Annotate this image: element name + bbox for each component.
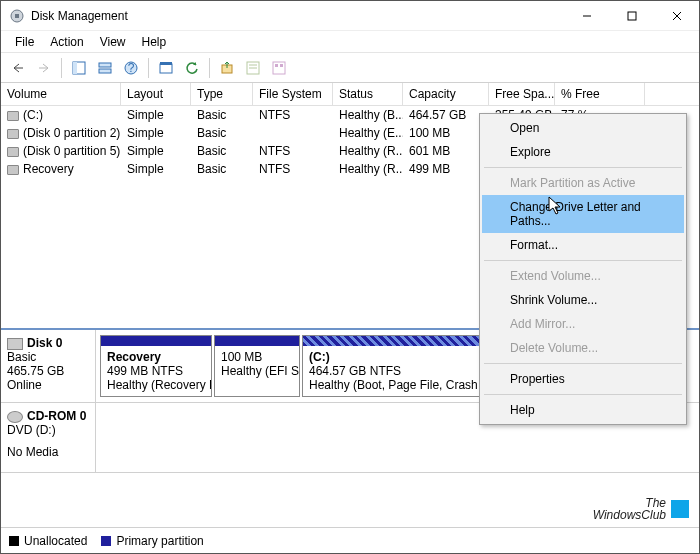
back-button[interactable]	[7, 57, 29, 79]
disk-type: Basic	[7, 350, 89, 364]
toolbar-icon[interactable]	[68, 57, 90, 79]
context-menu-item: Mark Partition as Active	[482, 171, 684, 195]
context-menu-item[interactable]: Explore	[482, 140, 684, 164]
svg-rect-8	[99, 63, 111, 67]
refresh-button[interactable]	[181, 57, 203, 79]
cdrom-state: No Media	[7, 445, 89, 459]
toolbar-icon[interactable]	[155, 57, 177, 79]
column-header[interactable]: Layout	[121, 83, 191, 105]
volume-icon	[7, 111, 19, 121]
column-header[interactable]: Status	[333, 83, 403, 105]
context-menu-item: Add Mirror...	[482, 312, 684, 336]
svg-rect-13	[160, 62, 172, 65]
volume-icon	[7, 147, 19, 157]
toolbar-icon[interactable]	[242, 57, 264, 79]
context-menu: OpenExploreMark Partition as ActiveChang…	[479, 113, 687, 425]
close-button[interactable]	[654, 1, 699, 31]
volume-icon	[7, 129, 19, 139]
svg-rect-12	[160, 64, 172, 73]
context-menu-item[interactable]: Format...	[482, 233, 684, 257]
cdrom-sub: DVD (D:)	[7, 423, 89, 437]
svg-rect-18	[273, 62, 285, 74]
svg-rect-3	[628, 12, 636, 20]
toolbar: ?	[1, 53, 699, 83]
legend-item: Unallocated	[9, 534, 87, 548]
svg-rect-19	[275, 64, 278, 67]
context-menu-item[interactable]: Properties	[482, 367, 684, 391]
toolbar-icon[interactable]	[94, 57, 116, 79]
cdrom-name: CD-ROM 0	[27, 409, 86, 423]
column-header[interactable]: % Free	[555, 83, 645, 105]
toolbar-icon[interactable]	[268, 57, 290, 79]
context-menu-item[interactable]: Shrink Volume...	[482, 288, 684, 312]
menu-file[interactable]: File	[7, 33, 42, 51]
disk-icon	[7, 338, 23, 350]
forward-button[interactable]	[33, 57, 55, 79]
context-menu-item[interactable]: Help	[482, 398, 684, 422]
title-bar: Disk Management	[1, 1, 699, 31]
column-header[interactable]: Capacity	[403, 83, 489, 105]
column-header[interactable]: File System	[253, 83, 333, 105]
context-menu-item: Extend Volume...	[482, 264, 684, 288]
help-button[interactable]: ?	[120, 57, 142, 79]
menu-help[interactable]: Help	[134, 33, 175, 51]
disk-name: Disk 0	[27, 336, 62, 350]
svg-rect-9	[99, 69, 111, 73]
cdrom-icon	[7, 411, 23, 423]
svg-text:?: ?	[128, 61, 135, 75]
context-menu-item: Delete Volume...	[482, 336, 684, 360]
column-header[interactable]: Free Spa...	[489, 83, 555, 105]
svg-rect-20	[280, 64, 283, 67]
context-menu-item[interactable]: Open	[482, 116, 684, 140]
disk-state: Online	[7, 378, 89, 392]
watermark: TheWindowsClub	[593, 497, 689, 521]
partition[interactable]: Recovery499 MB NTFSHealthy (Recovery Pa	[100, 335, 212, 397]
legend-item: Primary partition	[101, 534, 203, 548]
menu-bar: FileActionViewHelp	[1, 31, 699, 53]
context-menu-item[interactable]: Change Drive Letter and Paths...	[482, 195, 684, 233]
partition[interactable]: 100 MBHealthy (EFI Sy	[214, 335, 300, 397]
svg-rect-1	[15, 14, 19, 18]
column-header[interactable]: Volume	[1, 83, 121, 105]
menu-action[interactable]: Action	[42, 33, 91, 51]
toolbar-icon[interactable]	[216, 57, 238, 79]
minimize-button[interactable]	[564, 1, 609, 31]
maximize-button[interactable]	[609, 1, 654, 31]
column-header[interactable]: Type	[191, 83, 253, 105]
svg-rect-7	[73, 62, 77, 74]
disk-size: 465.75 GB	[7, 364, 89, 378]
volume-icon	[7, 165, 19, 175]
menu-view[interactable]: View	[92, 33, 134, 51]
legend: UnallocatedPrimary partition	[1, 527, 699, 553]
app-icon	[9, 8, 25, 24]
window-title: Disk Management	[31, 9, 564, 23]
